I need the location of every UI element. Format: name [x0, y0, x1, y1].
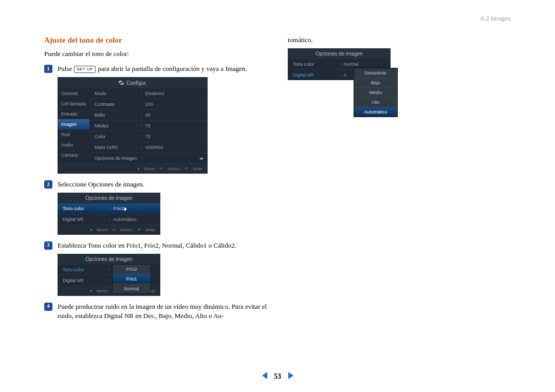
osd1-footer: ♦ Mover ⏎ Selecc. ↶ Atrás [58, 163, 208, 174]
osd1-side-camara[interactable]: Cámara [58, 150, 89, 160]
popup-frio2[interactable]: Frío2 [113, 265, 151, 274]
step-4-text: Puede producirse ruido en la imagen de u… [58, 302, 267, 322]
step-4: 4 Puede producirse ruido en la imagen de… [44, 302, 267, 322]
osd1-row-nitidez[interactable]: Nitidez75 [89, 120, 208, 131]
step-3: 3 Establezca Tono color en Frío1, Frío2,… [44, 241, 267, 251]
step-3-text: Establezca Tono color en Frío1, Frío2, N… [58, 241, 267, 251]
step-1: 1 Pulse SET UP para abrir la pantalla de… [44, 64, 267, 74]
step-badge-4: 4 [44, 303, 52, 311]
osd1-row-color[interactable]: Color75 [89, 131, 208, 142]
step-badge-1: 1 [44, 65, 52, 73]
popup-alto[interactable]: Alto [354, 97, 397, 107]
setup-key: SET UP [74, 66, 96, 73]
continued-text: tomático. [288, 36, 511, 44]
osd1-row-opciones[interactable]: Opciones de imagen [89, 153, 208, 163]
left-column: Ajuste del tono de color Puede cambiar e… [44, 14, 267, 324]
osd4-title: Opciones de imagen [288, 48, 391, 59]
popup-desactivar[interactable]: Desactivar [354, 68, 397, 78]
section-title: Ajuste del tono de color [44, 36, 267, 45]
page-number: 53 [274, 372, 281, 380]
step-1-text: Pulse SET UP para abrir la pantalla de c… [58, 64, 267, 74]
osd-configur: Configur. General Ctrl llamada Entrada I… [58, 77, 208, 174]
osd1-main: ModoDinámico Contraste100 Brillo45 Nitid… [89, 88, 208, 163]
step-1-b: para abrir la pantalla de configuración … [98, 65, 247, 72]
osd4-popup: Desactivar Bajo Medio Alto Automático [354, 68, 398, 117]
prev-page-icon[interactable] [262, 372, 267, 379]
osd-opciones-1: Opciones de imagen Tono colorFrío1 Digit… [58, 193, 160, 235]
osd1-sidebar: General Ctrl llamada Entrada Imagen Red … [58, 88, 89, 163]
next-page-icon[interactable] [288, 372, 293, 379]
step-badge-3: 3 [44, 241, 52, 250]
osd-opciones-2: Opciones de imagen Tono colorFríc Digita… [58, 254, 160, 296]
scroll-down-icon [199, 158, 203, 160]
popup-normal[interactable]: Normal [113, 284, 151, 293]
osd1-side-audio[interactable]: Audio [58, 140, 89, 150]
osd2-title: Opciones de imagen [58, 193, 160, 203]
step-2-text: Seleccione Opciones de imagen. [58, 180, 267, 190]
popup-bajo[interactable]: Bajo [354, 78, 397, 87]
chevron-right-icon [124, 207, 127, 211]
step-1-a: Pulse [58, 65, 72, 72]
osd1-side-ctrl[interactable]: Ctrl llamada [58, 99, 89, 109]
popup-automatico[interactable]: Automático [354, 107, 397, 117]
osd1-side-general[interactable]: General [58, 88, 89, 99]
osd1-row-brillo[interactable]: Brillo45 [89, 109, 208, 120]
intro-text: Puede cambiar el tono de color: [44, 50, 267, 58]
right-column: tomático. Opciones de imagen Tono colorN… [288, 14, 511, 324]
osd2-row-tono[interactable]: Tono colorFrío1 [58, 203, 160, 214]
header-section: 6.2 Imagen [481, 14, 511, 23]
atras-hint: ↶ Atrás [185, 166, 202, 171]
osd3-title: Opciones de imagen [58, 254, 160, 265]
osd1-side-imagen[interactable]: Imagen [58, 119, 89, 129]
osd3-popup: Frío2 Frío1 Normal [112, 264, 151, 294]
gear-icon [118, 80, 124, 86]
osd1-side-entrada[interactable]: Entrada [58, 109, 89, 119]
page-nav: 53 [0, 372, 555, 381]
osd1-row-matiz[interactable]: Matiz (V/R)V50/R50 [89, 142, 208, 153]
osd1-title: Configur. [58, 77, 208, 88]
osd2-row-digital[interactable]: Digital NRAutomático [58, 214, 160, 225]
mover-hint: ♦ Mover [138, 166, 156, 171]
osd2-footer: ♦ Mover ⏎ Selecc. ↶ Atrás [58, 225, 160, 235]
step-2: 2 Seleccione Opciones de imagen. [44, 180, 267, 190]
popup-medio[interactable]: Medio [354, 87, 397, 97]
osd1-row-modo[interactable]: ModoDinámico [89, 88, 208, 99]
osd1-row-contraste[interactable]: Contraste100 [89, 99, 208, 109]
popup-frio1[interactable]: Frío1 [113, 274, 151, 284]
osd1-side-red[interactable]: Red [58, 129, 89, 140]
step-badge-2: 2 [44, 180, 52, 189]
selecc-hint: ⏎ Selecc. [159, 166, 180, 171]
osd-opciones-3: Opciones de imagen Tono colorNormal Digi… [288, 48, 391, 80]
